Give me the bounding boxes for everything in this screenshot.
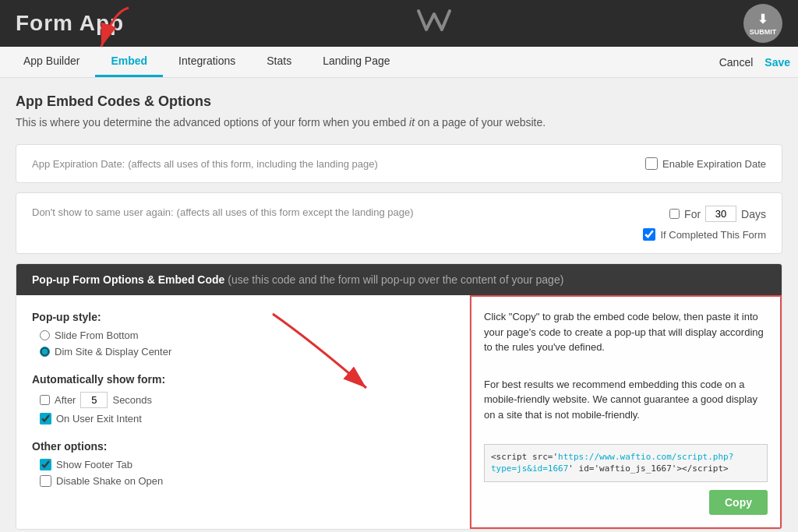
popup-header-label: Pop-up Form Options & Embed Code bbox=[32, 273, 224, 286]
seconds-input[interactable] bbox=[80, 392, 108, 408]
popup-header-hint: (use this code and the form will pop-up … bbox=[228, 273, 563, 286]
dim-radio[interactable] bbox=[40, 347, 50, 357]
cancel-button[interactable]: Cancel bbox=[719, 56, 754, 69]
exit-intent-option[interactable]: On User Exit Intent bbox=[40, 413, 454, 425]
tab-integrations[interactable]: Integrations bbox=[163, 47, 251, 77]
logo bbox=[415, 5, 454, 42]
app-title: Form App bbox=[16, 11, 124, 36]
auto-show-option: Automatically show form: After Seconds O… bbox=[32, 373, 454, 425]
for-days-checkbox[interactable] bbox=[669, 209, 680, 219]
enable-expiration-option[interactable]: Enable Expiration Date bbox=[645, 157, 766, 170]
show-footer-checkbox[interactable] bbox=[40, 459, 51, 470]
enable-expiration-checkbox[interactable] bbox=[645, 157, 658, 170]
popup-section-header: Pop-up Form Options & Embed Code (use th… bbox=[16, 264, 782, 295]
popup-style-label: Pop-up style: bbox=[32, 311, 454, 323]
expiration-label: App Expiration Date: (affects all uses o… bbox=[32, 157, 378, 170]
navigation: App Builder Embed Integrations Stats Lan… bbox=[0, 47, 798, 78]
header: Form App ⬇ SUBMIT bbox=[0, 0, 798, 47]
tab-embed[interactable]: Embed bbox=[95, 47, 163, 77]
page-description: This is where you determine the advanced… bbox=[16, 116, 782, 129]
code-url: https://www.waftio.com/script.php?type=j… bbox=[491, 452, 733, 474]
slide-from-bottom-option[interactable]: Slide From Bottom bbox=[40, 329, 454, 341]
for-label: For bbox=[684, 208, 701, 220]
tab-app-builder[interactable]: App Builder bbox=[8, 47, 95, 77]
nav-tabs: App Builder Embed Integrations Stats Lan… bbox=[8, 47, 406, 77]
embed-code-box: <script src='https://www.waftio.com/scri… bbox=[484, 444, 768, 482]
nav-actions: Cancel Save bbox=[719, 56, 790, 69]
disable-shake-checkbox[interactable] bbox=[40, 475, 51, 487]
auto-show-label: Automatically show form: bbox=[32, 373, 454, 386]
completed-form-option[interactable]: If Completed This Form bbox=[643, 228, 766, 241]
dim-site-option[interactable]: Dim Site & Display Center bbox=[40, 346, 454, 358]
dont-show-options: For Days If Completed This Form bbox=[643, 206, 766, 241]
expiration-card: App Expiration Date: (affects all uses o… bbox=[16, 144, 782, 183]
popup-style-option: Pop-up style: Slide From Bottom Dim Site… bbox=[32, 311, 454, 358]
tab-stats[interactable]: Stats bbox=[251, 47, 307, 77]
after-seconds-checkbox[interactable] bbox=[40, 395, 50, 405]
popup-body: Pop-up style: Slide From Bottom Dim Site… bbox=[16, 295, 782, 529]
dont-show-card: Don't show to same user again: (affects … bbox=[16, 192, 782, 254]
other-options-label: Other options: bbox=[32, 440, 454, 453]
exit-intent-checkbox[interactable] bbox=[40, 413, 51, 425]
days-label: Days bbox=[741, 208, 766, 220]
page-title: App Embed Codes & Options bbox=[16, 93, 782, 110]
slide-radio[interactable] bbox=[40, 330, 50, 340]
dont-show-label: Don't show to same user again: (affects … bbox=[32, 206, 414, 218]
popup-options: Pop-up style: Slide From Bottom Dim Site… bbox=[16, 295, 470, 529]
completed-form-checkbox[interactable] bbox=[643, 228, 655, 241]
tab-landing-page[interactable]: Landing Page bbox=[307, 47, 405, 77]
main-content: App Embed Codes & Options This is where … bbox=[0, 78, 798, 532]
popup-section: Pop-up Form Options & Embed Code (use th… bbox=[16, 263, 782, 530]
submit-button[interactable]: ⬇ SUBMIT bbox=[743, 4, 782, 43]
embed-instructions-p1: Click "Copy" to grab the embed code belo… bbox=[484, 309, 768, 355]
other-options-choices: Show Footer Tab Disable Shake on Open bbox=[32, 459, 454, 487]
submit-arrow-icon: ⬇ bbox=[757, 12, 768, 26]
copy-button[interactable]: Copy bbox=[709, 490, 768, 515]
embed-code-panel: Click "Copy" to grab the embed code belo… bbox=[470, 295, 782, 529]
auto-show-choices: After Seconds On User Exit Intent bbox=[32, 392, 454, 425]
other-options: Other options: Show Footer Tab Disable S… bbox=[32, 440, 454, 487]
save-button[interactable]: Save bbox=[764, 56, 790, 69]
show-footer-tab-option[interactable]: Show Footer Tab bbox=[40, 459, 454, 470]
popup-style-choices: Slide From Bottom Dim Site & Display Cen… bbox=[32, 329, 454, 358]
for-days-row: For Days bbox=[669, 206, 766, 222]
disable-shake-option[interactable]: Disable Shake on Open bbox=[40, 475, 454, 487]
after-seconds-row: After Seconds bbox=[40, 392, 454, 408]
days-input[interactable] bbox=[705, 206, 736, 222]
embed-instructions-p2: For best results we recommend embedding … bbox=[484, 377, 768, 423]
